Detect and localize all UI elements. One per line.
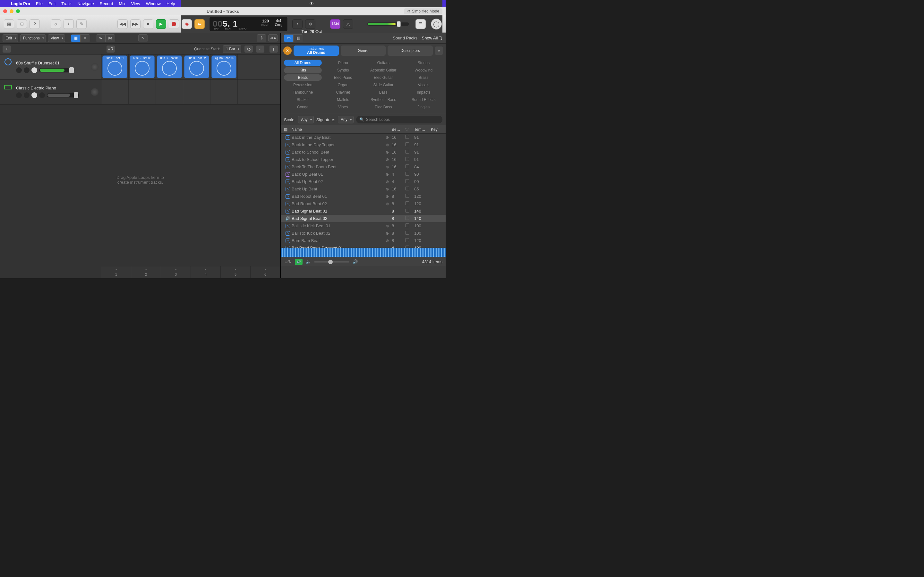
- loop-fav[interactable]: [405, 238, 414, 243]
- grid-view-button[interactable]: ▦: [71, 34, 81, 42]
- download-icon[interactable]: ⊕: [383, 172, 392, 177]
- genre-tab[interactable]: Genre: [341, 45, 386, 56]
- download-icon[interactable]: ⊕: [383, 143, 392, 147]
- category-clavinet[interactable]: Clavinet: [325, 89, 362, 95]
- solo-button[interactable]: [24, 92, 29, 98]
- clip-cell-empty[interactable]: [210, 79, 238, 104]
- category-piano[interactable]: Piano: [325, 60, 362, 66]
- mixer-button[interactable]: ♯: [63, 19, 74, 29]
- category-mallets[interactable]: Mallets: [325, 97, 362, 103]
- col-key[interactable]: Key: [431, 127, 443, 132]
- clip-cell-empty[interactable]: [183, 79, 210, 104]
- category-all-drums[interactable]: All Drums: [284, 60, 322, 66]
- loop-browser-button[interactable]: ◯: [431, 19, 442, 29]
- signature-select[interactable]: Any: [338, 116, 354, 123]
- download-icon[interactable]: ⊕: [383, 165, 392, 169]
- region-menu-button[interactable]: ≡R: [107, 45, 115, 53]
- loop-fav[interactable]: [405, 157, 414, 162]
- instrument-tab[interactable]: InstrumentAll Drums: [294, 45, 339, 56]
- category-slide-guitar[interactable]: Slide Guitar: [365, 82, 402, 88]
- sound-packs-select[interactable]: Show All ⇅: [422, 35, 443, 40]
- count-in-button[interactable]: ⊗: [305, 19, 315, 29]
- loop-fav[interactable]: [405, 223, 414, 228]
- loop-list[interactable]: ∿Back in the Day Beat⊕1691∿Back in the D…: [281, 134, 446, 248]
- category-tambourine[interactable]: Tambourine: [284, 89, 322, 95]
- menu-mix[interactable]: Mix: [119, 1, 126, 6]
- edit-menu[interactable]: Edit: [3, 34, 18, 42]
- category-synths[interactable]: Synths: [325, 67, 362, 73]
- loop-fav[interactable]: [405, 194, 414, 199]
- preview-play-button[interactable]: 🔊: [295, 259, 302, 265]
- loop-row[interactable]: ∿Bar Band Basic Drumset 014100: [281, 244, 446, 248]
- lcd-display[interactable]: 005. 1 BAR BEAT TEMPO 120KEEP 4/4Cmaj: [209, 17, 288, 31]
- loop-row[interactable]: ∿Bad Robot Beat 02⊕8120: [281, 200, 446, 207]
- loop-fav[interactable]: [405, 187, 414, 191]
- close-button[interactable]: [3, 9, 7, 13]
- category-brass[interactable]: Brass: [405, 74, 443, 81]
- automation-button[interactable]: ∿: [96, 34, 105, 42]
- quantize-timing-button[interactable]: ◔: [244, 45, 253, 53]
- scene-col[interactable]: ⌃4: [191, 266, 221, 278]
- track-volume-slider[interactable]: [47, 93, 79, 97]
- category-percussion[interactable]: Percussion: [284, 82, 322, 88]
- loop-fav[interactable]: [405, 150, 414, 155]
- scene-col[interactable]: ⌃5: [221, 266, 250, 278]
- loop-fav[interactable]: [405, 164, 414, 169]
- download-icon[interactable]: ⊕: [383, 194, 392, 199]
- menu-record[interactable]: Record: [100, 1, 113, 6]
- solo-button[interactable]: [24, 67, 29, 73]
- tuner-button[interactable]: ♪: [292, 19, 302, 29]
- list-editors-button[interactable]: ☰: [415, 19, 426, 29]
- category-vocals[interactable]: Vocals: [405, 82, 443, 88]
- clear-filters-button[interactable]: ✕: [283, 47, 292, 55]
- loop-row[interactable]: ∿Ballistic Kick Beat 01⊕8100: [281, 222, 446, 229]
- menu-view[interactable]: View: [131, 1, 140, 6]
- list-view-button[interactable]: ≡: [81, 34, 90, 42]
- clip-cell-empty[interactable]: [129, 79, 156, 104]
- clip-cell[interactable]: 80s B…eat 01: [156, 55, 183, 79]
- loop-fav[interactable]: [405, 142, 414, 147]
- loop-row[interactable]: ∿Ballistic Kick Beat 02⊕8100: [281, 229, 446, 237]
- scene-col[interactable]: ⌃2: [131, 266, 161, 278]
- waveform-preview[interactable]: [281, 248, 446, 257]
- menu-navigate[interactable]: Navigate: [78, 1, 94, 6]
- loop-row[interactable]: 🔊Bad Signal Beat 028140: [281, 215, 446, 222]
- quantize-value[interactable]: 1 Bar: [223, 45, 241, 53]
- clip-cell[interactable]: Big Ma…cas 05: [210, 55, 238, 79]
- category-elec-piano[interactable]: Elec Piano: [325, 74, 362, 81]
- functions-menu[interactable]: Functions: [20, 34, 46, 42]
- inspector-button[interactable]: ⊟: [17, 19, 27, 29]
- col-name[interactable]: Name: [292, 127, 383, 132]
- wifi-icon[interactable]: 👁: [310, 1, 314, 6]
- stop-button[interactable]: ■: [143, 19, 153, 29]
- metronome-button[interactable]: △: [343, 19, 353, 29]
- mute-button[interactable]: [16, 67, 22, 73]
- snap-button[interactable]: ⫿: [270, 45, 278, 53]
- col-beats[interactable]: Be…: [392, 127, 405, 132]
- clip-cell-empty[interactable]: [238, 79, 265, 104]
- track-header[interactable]: 60s Shuffle Drumset 01: [0, 55, 102, 79]
- search-loops-input[interactable]: 🔍 Search Loops: [356, 116, 443, 123]
- col-tempo[interactable]: Tem…: [414, 127, 431, 132]
- menu-edit[interactable]: Edit: [48, 1, 55, 6]
- loop-fav[interactable]: [405, 172, 414, 177]
- category-guitars[interactable]: Guitars: [365, 60, 402, 66]
- pan-knob[interactable]: [91, 88, 99, 96]
- descriptors-tab[interactable]: Descriptors: [388, 45, 433, 56]
- loop-row[interactable]: ∿Back Up Beat 02⊕490: [281, 178, 446, 185]
- download-icon[interactable]: ⊕: [383, 179, 392, 184]
- smart-controls-button[interactable]: ☼: [51, 19, 61, 29]
- col-fav[interactable]: ♡: [405, 127, 414, 132]
- app-name[interactable]: Logic Pro: [11, 1, 30, 6]
- download-icon[interactable]: ⊕: [383, 239, 392, 243]
- record-enable-button[interactable]: [31, 92, 37, 98]
- loop-row[interactable]: ∿Back in the Day Beat⊕1691: [281, 134, 446, 141]
- loop-view-button-1[interactable]: ▭: [284, 34, 294, 42]
- add-track-button[interactable]: +: [3, 45, 11, 53]
- category-sound-effects[interactable]: Sound Effects: [405, 97, 443, 103]
- loop-fav[interactable]: [405, 245, 414, 248]
- loop-fav[interactable]: [405, 201, 414, 206]
- loop-fav[interactable]: [405, 209, 414, 213]
- record-button[interactable]: [169, 19, 179, 29]
- download-icon[interactable]: ⊕: [383, 157, 392, 162]
